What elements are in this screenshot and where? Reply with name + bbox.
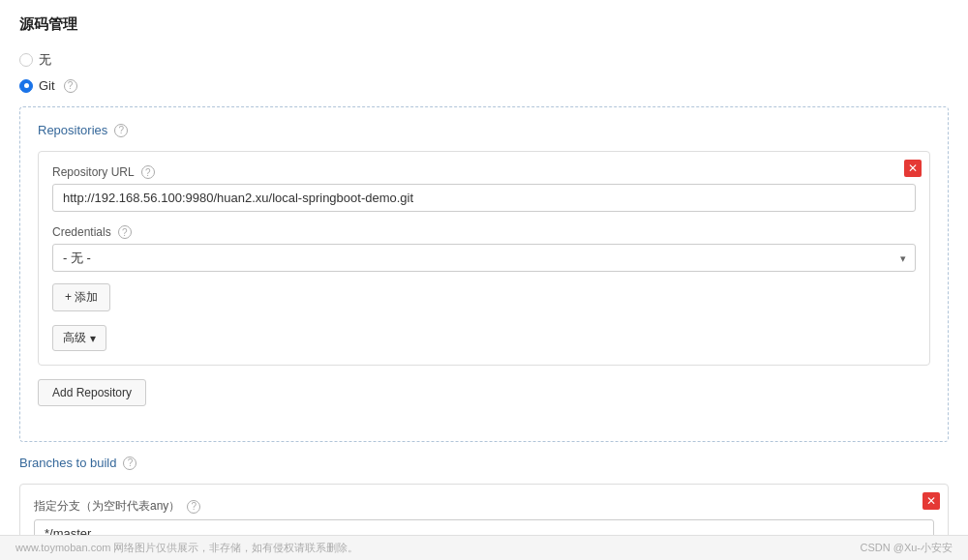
add-credentials-label: + 添加	[65, 289, 98, 306]
branches-section-header: Branches to build ?	[19, 456, 949, 470]
add-credentials-button[interactable]: + 添加	[52, 283, 110, 311]
repository-close-button[interactable]: ✕	[904, 160, 922, 177]
page-title: 源码管理	[19, 15, 949, 34]
git-help-icon[interactable]: ?	[64, 79, 77, 93]
radio-none-label: 无	[39, 51, 51, 69]
footer-left-text: www.toymoban.com 网络图片仅供展示，非存储，如有侵权请联系删除。	[15, 541, 358, 555]
branches-help-icon[interactable]: ?	[123, 457, 136, 470]
branches-label: Branches to build	[19, 456, 116, 470]
credentials-help-icon[interactable]: ?	[118, 225, 132, 239]
credentials-select[interactable]: - 无 -	[52, 244, 916, 272]
repositories-section-header: Repositories ?	[38, 123, 930, 137]
repositories-label: Repositories	[38, 123, 107, 137]
credentials-select-wrapper: - 无 -	[52, 244, 916, 272]
advanced-label: 高级	[63, 330, 86, 346]
branch-field-label: 指定分支（为空时代表any） ?	[34, 498, 934, 515]
advanced-row: 高级	[52, 325, 916, 351]
footer-bar: www.toymoban.com 网络图片仅供展示，非存储，如有侵权请联系删除。…	[0, 535, 968, 560]
radio-none-circle	[19, 53, 33, 67]
advanced-button[interactable]: 高级	[52, 325, 106, 351]
radio-git-label: Git	[39, 78, 55, 93]
radio-none[interactable]: 无	[19, 51, 949, 69]
radio-git[interactable]: Git ?	[19, 78, 949, 93]
advanced-chevron-down-icon	[90, 332, 96, 345]
repository-url-help-icon[interactable]: ?	[141, 165, 155, 179]
add-repository-label: Add Repository	[52, 386, 132, 399]
radio-git-circle	[19, 79, 33, 93]
footer-right-text: CSDN @Xu-小安安	[860, 541, 953, 555]
repositories-section: Repositories ? ✕ Repository URL ? Creden…	[19, 106, 949, 442]
repositories-help-icon[interactable]: ?	[114, 124, 128, 137]
repository-url-input[interactable]	[52, 184, 916, 212]
source-type-radio-group: 无 Git ?	[19, 51, 949, 93]
credentials-row: Credentials ? - 无 -	[52, 225, 916, 272]
add-repository-button[interactable]: Add Repository	[38, 379, 146, 406]
repository-block: ✕ Repository URL ? Credentials ? - 无 - +…	[38, 151, 930, 366]
repository-url-field-label: Repository URL ?	[52, 165, 916, 179]
branch-help-icon[interactable]: ?	[187, 500, 200, 514]
branch-close-button[interactable]: ✕	[923, 492, 940, 510]
credentials-field-label: Credentials ?	[52, 225, 916, 239]
